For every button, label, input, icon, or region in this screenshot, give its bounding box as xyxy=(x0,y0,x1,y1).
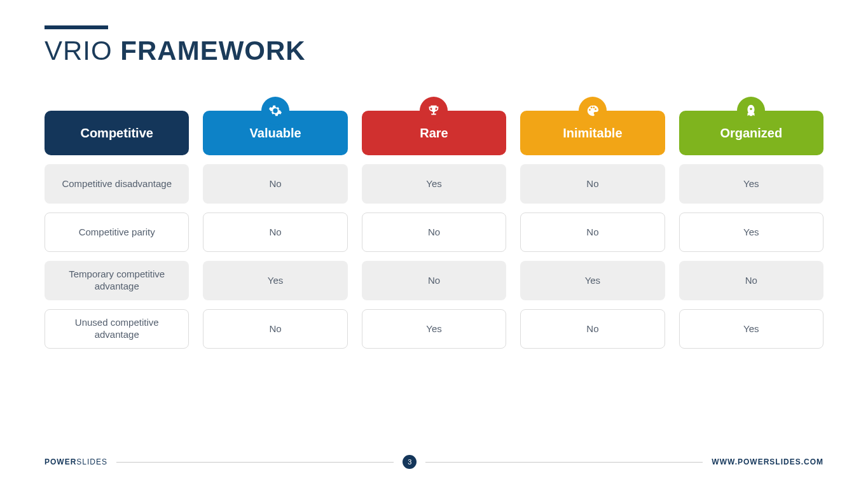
cell: No xyxy=(520,213,665,252)
row-label: Competitive parity xyxy=(45,213,189,252)
column-label: Competitive xyxy=(80,126,153,141)
column-header-organized: Organized xyxy=(679,111,823,155)
cell: Yes xyxy=(362,164,506,204)
cell: Yes xyxy=(520,261,665,300)
slide: VRIO FRAMEWORK Competitive Valuable Rare… xyxy=(0,0,868,488)
rocket-icon xyxy=(737,97,765,125)
footer-url: WWW.POWERSLIDES.COM xyxy=(712,457,823,466)
cell: Yes xyxy=(679,213,823,252)
cell: No xyxy=(203,309,347,349)
column-label: Valuable xyxy=(250,126,301,141)
column-header-rare: Rare xyxy=(362,111,506,155)
column-header-valuable: Valuable xyxy=(203,111,347,155)
cell: No xyxy=(203,213,347,252)
cell: No xyxy=(362,261,506,300)
trophy-icon xyxy=(420,97,448,125)
footer-brand-bold: POWER xyxy=(45,457,76,466)
column-header-inimitable: Inimitable xyxy=(520,111,665,155)
cell: Yes xyxy=(679,164,823,204)
title-bold: FRAMEWORK xyxy=(120,36,305,66)
row-label: Temporary competitive advantage xyxy=(45,261,189,300)
cell: No xyxy=(679,261,823,300)
footer-divider-left xyxy=(116,462,394,463)
cell: No xyxy=(362,213,506,252)
cell: Yes xyxy=(679,309,823,349)
row-label: Competitive disadvantage xyxy=(45,164,189,204)
title-thin: VRIO xyxy=(45,36,113,66)
footer-divider-right xyxy=(425,462,703,463)
footer-brand: POWERSLIDES xyxy=(45,457,107,466)
footer-brand-thin: SLIDES xyxy=(76,457,107,466)
column-label: Inimitable xyxy=(563,126,622,141)
column-header-competitive: Competitive xyxy=(45,111,189,155)
cell: No xyxy=(520,309,665,349)
page-title: VRIO FRAMEWORK xyxy=(45,36,823,66)
cell: Yes xyxy=(362,309,506,349)
column-label: Organized xyxy=(720,126,782,141)
cell: No xyxy=(520,164,665,204)
slide-footer: POWERSLIDES 3 WWW.POWERSLIDES.COM xyxy=(45,455,823,469)
cell: No xyxy=(203,164,347,204)
column-label: Rare xyxy=(420,126,448,141)
title-accent-bar xyxy=(45,25,108,29)
cell: Yes xyxy=(203,261,347,300)
page-number: 3 xyxy=(403,455,417,469)
palette-icon xyxy=(579,97,607,125)
gear-icon xyxy=(261,97,289,125)
row-label: Unused competitive advantage xyxy=(45,309,189,349)
vrio-table: Competitive Valuable Rare Inimitable Org… xyxy=(45,111,823,349)
